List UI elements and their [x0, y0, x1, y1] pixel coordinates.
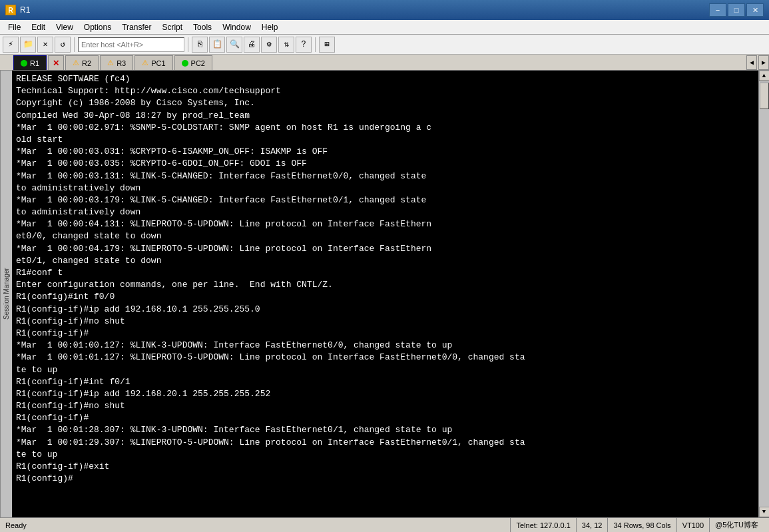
scrollbar-thumb[interactable]	[760, 83, 769, 109]
main-area: Session Manager RELEASE SOFTWARE (fc4) T…	[0, 71, 769, 517]
minimize-button[interactable]: −	[709, 3, 726, 17]
sep3	[315, 37, 316, 52]
toolbar-paste[interactable]: 📋	[209, 37, 225, 53]
tab-R2-label: R2	[82, 59, 91, 67]
close-button[interactable]: ✕	[746, 3, 764, 17]
menu-view[interactable]: View	[51, 20, 79, 34]
window-title: R1	[20, 5, 709, 15]
session-manager-label: Session Manager	[3, 268, 10, 320]
tab-PC1[interactable]: ⚠ PC1	[134, 55, 172, 70]
scrollbar: ▲ ▼	[758, 71, 769, 517]
tab-R3-warning-icon: ⚠	[107, 59, 114, 67]
tab-R3-label: R3	[117, 59, 126, 67]
sep2	[188, 37, 188, 52]
menu-script[interactable]: Script	[156, 20, 188, 34]
tab-PC1-label: PC1	[151, 59, 165, 67]
tab-PC2[interactable]: PC2	[174, 55, 212, 70]
menu-help[interactable]: Help	[256, 20, 284, 34]
session-manager-sidebar: Session Manager	[0, 71, 12, 517]
toolbar-print[interactable]: 🖨	[244, 37, 260, 53]
toolbar-sftp[interactable]: ⇅	[278, 37, 294, 53]
tab-next-button[interactable]: ▶	[758, 55, 769, 70]
menu-window[interactable]: Window	[217, 20, 256, 34]
tab-R3[interactable]: ⚠ R3	[100, 55, 133, 70]
tab-error-icon: ✕	[53, 59, 59, 68]
tab-PC2-label: PC2	[191, 59, 205, 67]
terminal[interactable]: RELEASE SOFTWARE (fc4) Technical Support…	[12, 71, 758, 517]
menu-file[interactable]: File	[3, 20, 26, 34]
toolbar-disconnect[interactable]: ✕	[37, 37, 53, 53]
tab-PC1-warning-icon: ⚠	[142, 59, 148, 67]
app-icon: R	[5, 5, 16, 15]
tab-R1-error[interactable]: ✕	[48, 55, 64, 70]
scroll-area: RELEASE SOFTWARE (fc4) Technical Support…	[12, 71, 769, 517]
menu-bar: File Edit View Options Transfer Script T…	[0, 20, 769, 35]
status-cursor: 34, 12	[576, 518, 608, 532]
tab-R2[interactable]: ⚠ R2	[65, 55, 99, 70]
toolbar-help[interactable]: ?	[296, 37, 312, 53]
toolbar-find[interactable]: 🔍	[226, 37, 242, 53]
tab-R1[interactable]: R1	[13, 55, 47, 70]
status-telnet: Telnet: 127.0.0.1	[510, 518, 575, 532]
window-controls: − □ ✕	[709, 3, 764, 17]
tab-R2-warning-icon: ⚠	[73, 59, 79, 67]
status-mode: VT100	[676, 518, 709, 532]
toolbar: ⚡ 📁 ✕ ↺ ⎘ 📋 🔍 🖨 ⚙ ⇅ ? ⊞	[0, 35, 769, 55]
toolbar-copy[interactable]: ⎘	[192, 37, 208, 53]
host-input[interactable]	[78, 37, 184, 52]
tab-R1-status-icon	[21, 60, 27, 67]
tab-PC2-status-icon	[182, 60, 188, 67]
tab-prev-button[interactable]: ◀	[746, 55, 757, 70]
toolbar-extra[interactable]: ⊞	[319, 37, 335, 53]
menu-tools[interactable]: Tools	[188, 20, 217, 34]
status-dimensions: 34 Rows, 98 Cols	[607, 518, 676, 532]
scrollbar-down-button[interactable]: ▼	[759, 507, 770, 517]
tab-R1-label: R1	[30, 59, 39, 67]
maximize-button[interactable]: □	[728, 3, 745, 17]
toolbar-new[interactable]: ⚡	[3, 37, 19, 53]
menu-options[interactable]: Options	[79, 20, 117, 34]
sep1	[74, 37, 75, 52]
tab-nav: ◀ ▶	[746, 55, 769, 70]
scrollbar-up-button[interactable]: ▲	[759, 71, 770, 81]
toolbar-open[interactable]: 📁	[20, 37, 36, 53]
menu-edit[interactable]: Edit	[26, 20, 51, 34]
menu-transfer[interactable]: Transfer	[117, 20, 156, 34]
status-extra: @5化TU博客	[709, 518, 764, 532]
status-bar: Ready Telnet: 127.0.0.1 34, 12 34 Rows, …	[0, 517, 769, 532]
toolbar-properties[interactable]: ⚙	[261, 37, 277, 53]
tabs-row: R1 ✕ ⚠ R2 ⚠ R3 ⚠ PC1 PC2 ◀ ▶	[0, 55, 769, 71]
title-bar: R R1 − □ ✕	[0, 0, 769, 20]
status-ready: Ready	[5, 521, 510, 529]
terminal-content: RELEASE SOFTWARE (fc4) Technical Support…	[16, 73, 754, 485]
toolbar-reconnect[interactable]: ↺	[55, 37, 71, 53]
